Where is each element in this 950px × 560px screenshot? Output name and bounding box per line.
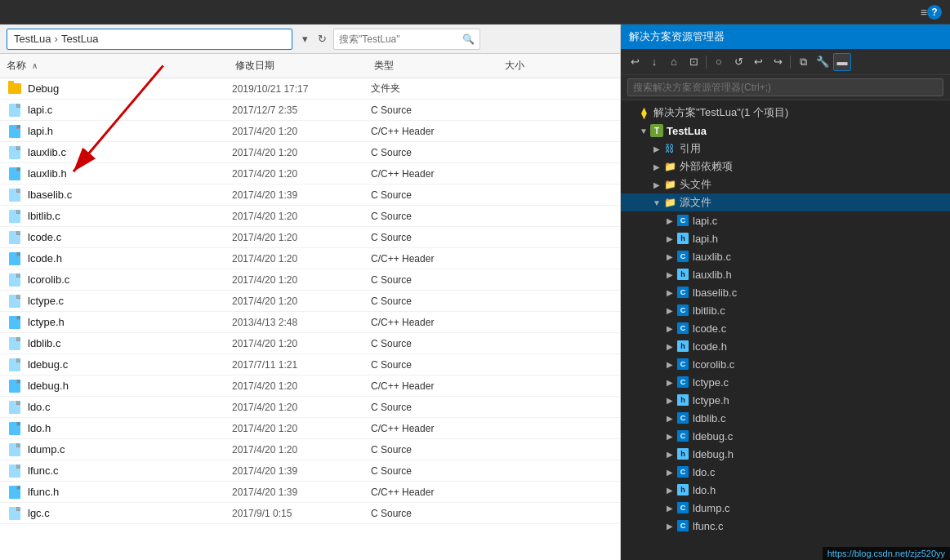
tree-item[interactable]: ▶ C lapi.c xyxy=(621,211,950,229)
col-header-type[interactable]: 类型 xyxy=(368,59,498,73)
help-button[interactable]: ? xyxy=(927,5,942,20)
file-row[interactable]: lctype.h 2013/4/13 2:48 C/C++ Header xyxy=(0,312,620,333)
file-type: C Source xyxy=(371,444,502,456)
tree-item[interactable]: ▼ 📁 源文件 xyxy=(621,193,950,211)
tree-item[interactable]: ▼ T TestLua xyxy=(621,122,950,140)
tree-item[interactable]: ▶ C ldump.c xyxy=(621,499,950,517)
tree-item[interactable]: ⧫ 解决方案"TestLua"(1 个项目) xyxy=(621,104,950,122)
file-row[interactable]: lbaselib.c 2017/4/20 1:39 C Source xyxy=(0,184,620,206)
search-input[interactable] xyxy=(339,33,459,45)
tree-icon: C xyxy=(676,358,689,371)
col-header-size[interactable]: 大小 xyxy=(498,59,547,73)
se-refresh-button[interactable]: ○ xyxy=(710,53,728,71)
file-date: 2017/4/20 1:20 xyxy=(232,126,371,137)
file-row[interactable]: lauxlib.h 2017/4/20 1:20 C/C++ Header xyxy=(0,163,620,184)
file-name: lctype.c xyxy=(28,295,232,307)
tree-arrow: ▶ xyxy=(663,468,676,477)
file-row[interactable]: lcorolib.c 2017/4/20 1:20 C Source xyxy=(0,269,620,291)
tree-icon: ⧫ xyxy=(637,106,650,119)
file-date: 2017/4/20 1:20 xyxy=(232,380,371,392)
c-file-icon xyxy=(9,273,20,287)
file-row[interactable]: lbitlib.c 2017/4/20 1:20 C Source xyxy=(0,206,620,227)
file-row[interactable]: lctype.c 2017/4/20 1:20 C Source xyxy=(0,291,620,312)
file-date: 2017/4/20 1:39 xyxy=(232,465,371,477)
tree-item[interactable]: ▶ ⛓ 引用 xyxy=(621,140,950,158)
file-row[interactable]: ldblib.c 2017/4/20 1:20 C Source xyxy=(0,333,620,354)
file-type: C Source xyxy=(371,147,502,158)
se-next-button[interactable]: ↪ xyxy=(769,53,787,71)
se-clipboard-button[interactable]: ⊡ xyxy=(685,53,702,71)
file-row[interactable]: ldo.c 2017/4/20 1:20 C Source xyxy=(0,397,620,418)
file-type: C Source xyxy=(371,189,502,201)
tree-item[interactable]: ▶ C lctype.c xyxy=(621,373,950,391)
search-icon[interactable]: 🔍 xyxy=(462,33,475,45)
tree-item[interactable]: ▶ C lbitlib.c xyxy=(621,301,950,319)
file-row[interactable]: ldo.h 2017/4/20 1:20 C/C++ Header xyxy=(0,418,620,439)
tree-arrow: ▼ xyxy=(637,127,650,136)
tree-item[interactable]: ▶ 📁 头文件 xyxy=(621,176,950,193)
col-header-name[interactable]: 名称 ∧ xyxy=(0,59,229,73)
c-icon: C xyxy=(677,358,689,370)
top-bar: ≡ ? xyxy=(0,0,950,24)
file-row[interactable]: lfunc.c 2017/4/20 1:39 C Source xyxy=(0,460,620,482)
refresh-button[interactable]: ↻ xyxy=(314,31,330,47)
tree-item[interactable]: ▶ h lapi.h xyxy=(621,229,950,247)
breadcrumb[interactable]: TestLua › TestLua xyxy=(7,29,292,50)
file-icon-wrapper xyxy=(7,443,23,456)
file-date: 2017/4/20 1:20 xyxy=(232,444,371,456)
file-row[interactable]: ldebug.h 2017/4/20 1:20 C/C++ Header xyxy=(0,376,620,397)
file-icon-wrapper xyxy=(7,125,23,138)
tree-arrow: ▶ xyxy=(663,450,676,459)
tree-item[interactable]: ▶ C lbaselib.c xyxy=(621,283,950,301)
file-icon-wrapper xyxy=(7,231,23,244)
tree-item[interactable]: ▶ h lcode.h xyxy=(621,337,950,355)
file-row[interactable]: lgc.c 2017/9/1 0:15 C Source xyxy=(0,503,620,524)
se-forward-button[interactable]: ↓ xyxy=(645,53,663,71)
tree-item[interactable]: ▶ h lctype.h xyxy=(621,391,950,409)
file-row[interactable]: lapi.h 2017/4/20 1:20 C/C++ Header xyxy=(0,121,620,142)
file-row[interactable]: lfunc.h 2017/4/20 1:39 C/C++ Header xyxy=(0,482,620,503)
file-row[interactable]: lauxlib.c 2017/4/20 1:20 C Source xyxy=(0,142,620,163)
se-back-button[interactable]: ↩ xyxy=(626,53,644,71)
tree-label: lauxlib.h xyxy=(693,269,732,281)
file-row[interactable]: lcode.h 2017/4/20 1:20 C/C++ Header xyxy=(0,248,620,269)
tree-arrow: ▶ xyxy=(650,162,663,171)
file-type: C Source xyxy=(371,465,502,477)
tree-label: lcode.h xyxy=(693,340,727,353)
tree-item[interactable]: ▶ h ldebug.h xyxy=(621,445,950,463)
tree-item[interactable]: ▶ C ldo.c xyxy=(621,463,950,481)
c-file-icon xyxy=(9,358,20,371)
se-search-input[interactable] xyxy=(627,78,943,96)
file-row[interactable]: ldebug.c 2017/7/11 1:21 C Source xyxy=(0,354,620,376)
file-name: lcorolib.c xyxy=(28,273,232,286)
tree-arrow: ▶ xyxy=(663,252,676,261)
tree-item[interactable]: ▶ C lcode.c xyxy=(621,319,950,337)
file-row[interactable]: lapi.c 2017/12/7 2:35 C Source xyxy=(0,100,620,121)
tree-item[interactable]: ▶ h lauxlib.h xyxy=(621,265,950,283)
file-row[interactable]: ldump.c 2017/4/20 1:20 C Source xyxy=(0,439,620,460)
c-icon: C xyxy=(677,466,689,478)
file-icon-wrapper xyxy=(7,507,23,520)
tree-item[interactable]: ▶ 📁 外部依赖项 xyxy=(621,158,950,176)
se-undo-button[interactable]: ↺ xyxy=(729,53,747,71)
file-row[interactable]: lcode.c 2017/4/20 1:20 C Source xyxy=(0,227,620,248)
col-header-date[interactable]: 修改日期 xyxy=(229,59,368,73)
tree-item[interactable]: ▶ C lcorolib.c xyxy=(621,355,950,373)
se-pages-button[interactable]: ⧉ xyxy=(794,53,812,71)
dropdown-button[interactable]: ▾ xyxy=(299,31,311,47)
tree-item[interactable]: ▶ C ldebug.c xyxy=(621,427,950,445)
tree-icon: C xyxy=(676,429,689,442)
tree-item[interactable]: ▶ C lauxlib.c xyxy=(621,247,950,265)
se-collapse-button[interactable]: ▬ xyxy=(833,53,851,71)
tree-arrow: ▶ xyxy=(663,288,676,297)
file-name: ldo.c xyxy=(28,401,232,413)
file-row[interactable]: Debug 2019/10/21 17:17 文件夹 xyxy=(0,78,620,100)
c-file-icon xyxy=(9,443,20,456)
tree-item[interactable]: ▶ h ldo.h xyxy=(621,481,950,499)
se-prev-button[interactable]: ↩ xyxy=(749,53,767,71)
file-name: lauxlib.h xyxy=(28,167,232,180)
se-settings-button[interactable]: 🔧 xyxy=(814,53,832,71)
tree-item[interactable]: ▶ C ldblib.c xyxy=(621,409,950,427)
se-home-button[interactable]: ⌂ xyxy=(665,53,683,71)
tree-item[interactable]: ▶ C lfunc.c xyxy=(621,517,950,535)
